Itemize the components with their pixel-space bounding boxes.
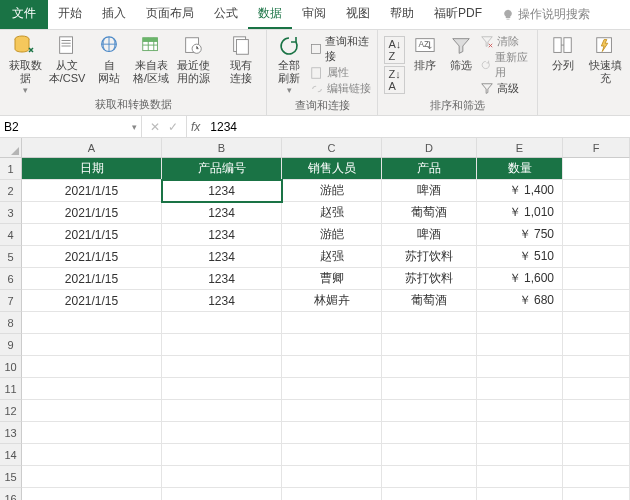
from-web-button[interactable]: 自 网站 xyxy=(90,34,128,84)
cell[interactable] xyxy=(162,488,282,500)
cell[interactable] xyxy=(563,422,630,444)
col-header-E[interactable]: E xyxy=(477,138,563,158)
cell[interactable] xyxy=(162,356,282,378)
cell[interactable] xyxy=(22,334,162,356)
cell[interactable] xyxy=(22,378,162,400)
sort-desc-button[interactable]: Z↓A xyxy=(384,66,405,94)
col-header-F[interactable]: F xyxy=(563,138,630,158)
row-header[interactable]: 1 xyxy=(0,158,22,180)
connections-button[interactable]: 查询和连接 xyxy=(310,34,372,64)
menu-home[interactable]: 开始 xyxy=(48,0,92,29)
recent-sources-button[interactable]: 最近使 用的源 xyxy=(174,34,212,84)
cell[interactable]: 数量 xyxy=(477,158,563,180)
cell[interactable] xyxy=(162,312,282,334)
cell[interactable] xyxy=(282,488,382,500)
menu-review[interactable]: 审阅 xyxy=(292,0,336,29)
cell[interactable] xyxy=(282,444,382,466)
cell[interactable]: 2021/1/15 xyxy=(22,202,162,224)
menu-data[interactable]: 数据 xyxy=(248,0,292,29)
cell[interactable]: 销售人员 xyxy=(282,158,382,180)
cell[interactable] xyxy=(477,444,563,466)
row-header[interactable]: 15 xyxy=(0,466,22,488)
row-header[interactable]: 5 xyxy=(0,246,22,268)
cell[interactable] xyxy=(563,224,630,246)
cell[interactable] xyxy=(477,312,563,334)
name-box-input[interactable] xyxy=(4,120,84,134)
row-header[interactable]: 4 xyxy=(0,224,22,246)
name-box[interactable]: ▾ xyxy=(0,116,142,137)
cell[interactable] xyxy=(563,202,630,224)
row-header[interactable]: 7 xyxy=(0,290,22,312)
cell[interactable]: 啤酒 xyxy=(382,180,477,202)
cell[interactable] xyxy=(563,312,630,334)
cell[interactable]: 游皑 xyxy=(282,180,382,202)
cell[interactable]: ￥ 1,600 xyxy=(477,268,563,290)
cell[interactable] xyxy=(563,268,630,290)
existing-conn-button[interactable]: 现有 连接 xyxy=(222,34,260,84)
cell[interactable]: 啤酒 xyxy=(382,224,477,246)
from-csv-button[interactable]: 从文 本/CSV xyxy=(48,34,86,84)
cell[interactable] xyxy=(563,444,630,466)
menu-insert[interactable]: 插入 xyxy=(92,0,136,29)
cell[interactable] xyxy=(282,312,382,334)
fx-icon[interactable]: fx xyxy=(187,120,204,134)
cell[interactable] xyxy=(382,444,477,466)
menu-foxit[interactable]: 福昕PDF xyxy=(424,0,492,29)
cell[interactable]: 1234 xyxy=(162,202,282,224)
cell[interactable] xyxy=(282,334,382,356)
cell[interactable] xyxy=(563,246,630,268)
tell-me[interactable]: 操作说明搜索 xyxy=(492,0,600,29)
cell[interactable] xyxy=(563,356,630,378)
row-header[interactable]: 13 xyxy=(0,422,22,444)
sort-button[interactable]: AZ 排序 xyxy=(409,34,441,72)
get-data-button[interactable]: 获取数 据 ▾ xyxy=(6,34,44,95)
cell[interactable] xyxy=(563,334,630,356)
cell[interactable] xyxy=(282,378,382,400)
properties-button[interactable]: 属性 xyxy=(310,65,372,80)
cell[interactable]: 赵强 xyxy=(282,202,382,224)
cell[interactable] xyxy=(22,488,162,500)
sort-asc-button[interactable]: A↓Z xyxy=(384,36,405,64)
menu-file[interactable]: 文件 xyxy=(0,0,48,29)
cell[interactable]: ￥ 510 xyxy=(477,246,563,268)
cell[interactable]: 赵强 xyxy=(282,246,382,268)
cell[interactable]: 2021/1/15 xyxy=(22,268,162,290)
cell[interactable] xyxy=(282,422,382,444)
cell[interactable]: 1234 xyxy=(162,180,282,202)
cell[interactable]: ￥ 750 xyxy=(477,224,563,246)
menu-view[interactable]: 视图 xyxy=(336,0,380,29)
cell[interactable] xyxy=(162,378,282,400)
row-header[interactable]: 16 xyxy=(0,488,22,500)
cell[interactable] xyxy=(563,488,630,500)
cell[interactable] xyxy=(382,334,477,356)
cell[interactable]: 林媚卉 xyxy=(282,290,382,312)
cell[interactable]: 葡萄酒 xyxy=(382,202,477,224)
menu-pagelayout[interactable]: 页面布局 xyxy=(136,0,204,29)
cell[interactable] xyxy=(477,356,563,378)
cell[interactable] xyxy=(477,400,563,422)
cell[interactable] xyxy=(563,158,630,180)
cell[interactable]: ￥ 680 xyxy=(477,290,563,312)
cell[interactable]: 1234 xyxy=(162,268,282,290)
cell[interactable] xyxy=(477,378,563,400)
reapply-button[interactable]: 重新应用 xyxy=(480,50,531,80)
edit-links-button[interactable]: 编辑链接 xyxy=(310,81,372,96)
advanced-button[interactable]: 高级 xyxy=(480,81,531,96)
cell[interactable] xyxy=(22,466,162,488)
cell[interactable]: 苏打饮料 xyxy=(382,268,477,290)
chevron-down-icon[interactable]: ▾ xyxy=(132,122,137,132)
row-header[interactable]: 8 xyxy=(0,312,22,334)
cell[interactable] xyxy=(382,400,477,422)
cell[interactable]: 1234 xyxy=(162,290,282,312)
cell[interactable]: 游皑 xyxy=(282,224,382,246)
cell[interactable] xyxy=(382,488,477,500)
cell[interactable] xyxy=(382,422,477,444)
row-header[interactable]: 9 xyxy=(0,334,22,356)
flash-fill-button[interactable]: 快速填充 xyxy=(586,34,624,84)
cell[interactable] xyxy=(382,312,477,334)
cell[interactable]: 2021/1/15 xyxy=(22,246,162,268)
cell[interactable]: 2021/1/15 xyxy=(22,180,162,202)
cell[interactable] xyxy=(22,356,162,378)
cell[interactable] xyxy=(477,466,563,488)
cell[interactable] xyxy=(563,180,630,202)
